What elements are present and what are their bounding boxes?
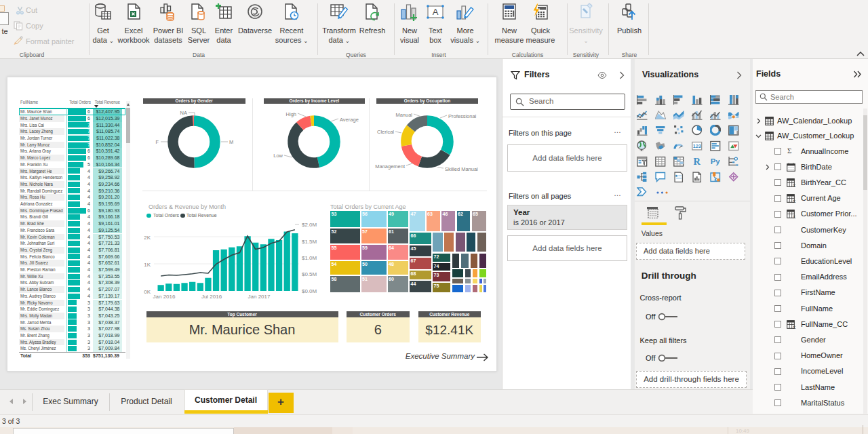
svg-text:Σ: Σ (793, 214, 796, 219)
svg-text:Py: Py (711, 157, 721, 165)
svg-text:Σ: Σ (793, 182, 796, 187)
svg-text:Σ: Σ (793, 199, 796, 203)
svg-text:A: A (433, 7, 439, 17)
svg-text:123: 123 (693, 143, 701, 149)
svg-text:Σ: Σ (793, 324, 796, 329)
svg-text:R: R (694, 156, 701, 167)
